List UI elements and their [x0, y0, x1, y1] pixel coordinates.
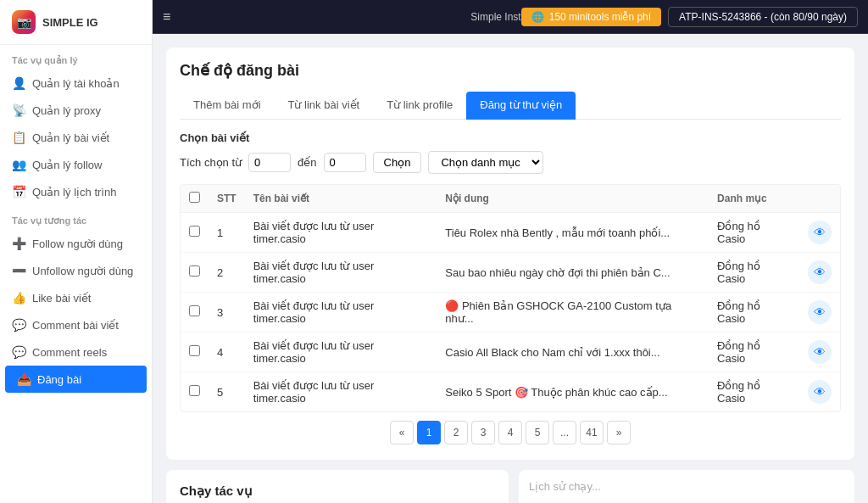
tabs-row: Thêm bài mới Từ link bài viết Từ link pr…: [180, 92, 841, 120]
filter-section-title: Chọn bài viết: [180, 131, 841, 144]
view-button-5[interactable]: 👁: [808, 380, 832, 404]
chon-button[interactable]: Chọn: [373, 152, 422, 173]
sidebar-item-label: Đăng bài: [37, 373, 81, 386]
minitools-button[interactable]: 🌐 150 minitools miễn phí: [521, 8, 661, 26]
table-row: 1 Bài viết được lưu từ user timer.casio …: [181, 213, 840, 253]
row-checkbox-4[interactable]: [189, 345, 200, 356]
filter-row: Tích chọn từ đến Chọn Chọn danh mục: [180, 151, 841, 174]
from-input[interactable]: [248, 153, 291, 172]
sidebar-item-label: Quản lý follow: [32, 159, 102, 171]
tab-tu-link-bai-viet[interactable]: Từ link bài viết: [275, 92, 374, 120]
follow-icon: 👥: [12, 158, 25, 171]
cell-noi-dung: Seiko 5 Sport 🎯 Thuộc phân khúc cao cấp.…: [437, 372, 709, 412]
sidebar-item-label: Unfollow người dùng: [32, 265, 133, 277]
cell-ten-bai-viet: Bài viết được lưu từ user timer.casio: [245, 333, 437, 372]
sidebar-item-dang-bai[interactable]: 📤 Đăng bài: [5, 366, 147, 393]
sidebar-item-quan-ly-tai-khoan[interactable]: 👤 Quản lý tài khoản: [0, 70, 152, 97]
cell-stt: 5: [209, 372, 245, 412]
sidebar-item-label: Quản lý tài khoản: [32, 77, 120, 90]
col-noi-dung: Nội dung: [437, 185, 709, 213]
page-prev-btn[interactable]: «: [390, 421, 414, 444]
table-row: 2 Bài viết được lưu từ user timer.casio …: [181, 253, 840, 293]
topbar-left: ≡: [163, 9, 170, 25]
task-title: Chạy tác vụ: [180, 483, 495, 499]
sidebar-item-label: Like bài viết: [32, 292, 91, 305]
tich-chon-tu-label: Tích chọn từ: [180, 156, 242, 169]
danh-muc-select[interactable]: Chọn danh mục: [428, 151, 543, 174]
sidebar-item-comment-bai-viet[interactable]: 💬 Comment bài viết: [0, 311, 152, 338]
cell-stt: 4: [209, 333, 245, 372]
publish-icon: 📤: [17, 372, 31, 386]
sidebar-item-quan-ly-proxy[interactable]: 📡 Quản lý proxy: [0, 97, 152, 124]
topbar-right: 🌐 150 minitools miễn phí ATP-INS-5243866…: [521, 7, 858, 27]
sidebar-item-label: Comment bài viết: [32, 319, 119, 332]
section-quanly-title: Tác vụ quản lý: [0, 45, 152, 70]
minitools-label: 150 minitools miễn phí: [549, 11, 651, 23]
page-ellipsis[interactable]: ...: [553, 421, 576, 444]
proxy-icon: 📡: [12, 103, 25, 117]
sidebar-item-label: Quản lý proxy: [32, 104, 101, 117]
row-checkbox-5[interactable]: [189, 385, 200, 396]
calendar-icon: 📅: [12, 185, 25, 198]
page-5-btn[interactable]: 5: [526, 421, 549, 444]
cell-noi-dung: Sau bao nhiêu ngày chờ đợi thi phiên bản…: [437, 253, 709, 293]
table-row: 5 Bài viết được lưu từ user timer.casio …: [181, 372, 840, 412]
view-button-1[interactable]: 👁: [808, 221, 832, 244]
sidebar-item-unfollow-nguoi-dung[interactable]: ➖ Unfollow người dùng: [0, 257, 152, 284]
globe-icon: 🌐: [531, 11, 544, 23]
sidebar-item-quan-ly-bai-viet[interactable]: 📋 Quản lý bài viết: [0, 124, 152, 151]
hamburger-icon[interactable]: ≡: [163, 9, 170, 24]
like-icon: 👍: [12, 291, 25, 305]
logo-text: SIMPLE IG: [42, 16, 98, 29]
sidebar-item-comment-reels[interactable]: 💬 Comment reels: [0, 338, 152, 366]
table-row: 4 Bài viết được lưu từ user timer.casio …: [181, 333, 840, 372]
view-button-2[interactable]: 👁: [808, 260, 832, 284]
page-3-btn[interactable]: 3: [471, 421, 495, 444]
tab-tu-link-profile[interactable]: Từ link profile: [373, 92, 466, 120]
table-row: 3 Bài viết được lưu từ user timer.casio …: [181, 293, 840, 333]
cell-ten-bai-viet: Bài viết được lưu từ user timer.casio: [245, 253, 437, 293]
tab-them-bai-moi[interactable]: Thêm bài mới: [180, 92, 275, 120]
account-button[interactable]: ATP-INS-5243866 - (còn 80/90 ngày): [668, 7, 858, 27]
sidebar-item-quan-ly-follow[interactable]: 👥 Quản lý follow: [0, 151, 152, 178]
page-next-btn[interactable]: »: [607, 421, 631, 444]
follow-add-icon: ➕: [12, 237, 25, 250]
page-4-btn[interactable]: 4: [498, 421, 522, 444]
cell-stt: 1: [209, 213, 245, 253]
view-button-4[interactable]: 👁: [808, 340, 832, 364]
page-2-btn[interactable]: 2: [444, 421, 468, 444]
sidebar-item-follow-nguoi-dung[interactable]: ➕ Follow người dùng: [0, 230, 152, 257]
cell-danh-muc: Đồng hồ Casio: [709, 293, 799, 333]
col-danh-muc: Danh mục: [709, 185, 799, 213]
page-41-btn[interactable]: 41: [580, 421, 604, 444]
den-label: đến: [298, 156, 316, 169]
tab-dang-tu-thu-vien[interactable]: Đăng từ thư viện: [466, 92, 576, 120]
to-input[interactable]: [324, 153, 366, 172]
page-1-btn[interactable]: 1: [417, 421, 441, 444]
comment-icon: 💬: [12, 318, 25, 332]
pagination: « 1 2 3 4 5 ... 41 »: [180, 412, 841, 446]
sidebar-item-like-bai-viet[interactable]: 👍 Like bài viết: [0, 284, 152, 311]
cell-danh-muc: Đồng hồ Casio: [709, 253, 799, 293]
cell-stt: 3: [209, 293, 245, 333]
col-actions: [799, 185, 840, 213]
cell-ten-bai-viet: Bài viết được lưu từ user timer.casio: [245, 293, 437, 333]
sidebar: 📷 SIMPLE IG Tác vụ quản lý 👤 Quản lý tài…: [0, 0, 153, 503]
sidebar-item-label: Follow người dùng: [32, 238, 123, 250]
cell-stt: 2: [209, 253, 245, 293]
cell-danh-muc: Đồng hồ Casio: [709, 372, 799, 412]
row-checkbox-3[interactable]: [189, 305, 200, 316]
main-card: Chế độ đăng bài Thêm bài mới Từ link bài…: [166, 48, 854, 460]
logo-icon: 📷: [12, 10, 36, 34]
cell-noi-dung: Tiêu Rolex nhà Bently , mẫu mới toanh ph…: [437, 213, 709, 253]
sidebar-item-quan-ly-lich-trinh[interactable]: 📅 Quản lý lịch trình: [0, 178, 152, 205]
col-stt: STT: [209, 185, 245, 213]
select-all-checkbox[interactable]: [189, 192, 200, 203]
cell-danh-muc: Đồng hồ Casio: [709, 213, 799, 253]
task-card: Chạy tác vụ Số lượng: Nghỉ từ: đến: giây…: [166, 470, 509, 503]
log-placeholder: Lịch sử chạy...: [529, 480, 601, 493]
sidebar-item-label: Quản lý bài viết: [32, 131, 109, 144]
row-checkbox-1[interactable]: [189, 226, 200, 237]
row-checkbox-2[interactable]: [189, 265, 200, 277]
view-button-3[interactable]: 👁: [808, 300, 832, 324]
